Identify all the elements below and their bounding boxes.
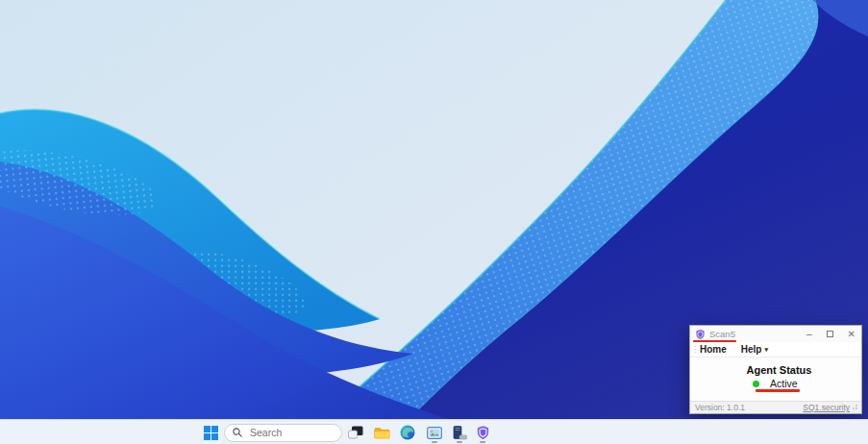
running-indicator [432, 441, 437, 444]
desktop: Scan5 – ✕ ⋮ Home Help ▾ Agent Status Act… [0, 0, 868, 444]
chevron-down-icon: ▾ [764, 346, 768, 354]
sq1-security-link[interactable]: SQ1.security [803, 403, 857, 412]
taskbar-search[interactable] [224, 423, 342, 441]
pc-tower-icon [452, 426, 467, 440]
agent-status-row: Active [753, 378, 798, 389]
taskbar-app-file-explorer[interactable] [370, 421, 393, 444]
taskbar-app-media-viewer[interactable] [423, 421, 446, 444]
close-button[interactable]: ✕ [848, 326, 856, 342]
agent-status-heading: Agent Status [690, 364, 861, 376]
taskbar-app-task-view[interactable] [344, 421, 367, 444]
scan5-shield-icon [476, 425, 490, 440]
running-indicator [480, 441, 485, 444]
resize-grip-icon[interactable] [852, 405, 857, 410]
status-green-dot-icon [753, 381, 759, 387]
search-icon [233, 428, 242, 437]
scan5-window: Scan5 – ✕ ⋮ Home Help ▾ Agent Status Act… [689, 325, 862, 414]
file-explorer-icon [374, 426, 390, 439]
media-viewer-icon [427, 427, 442, 439]
minimize-button[interactable]: – [806, 326, 812, 342]
maximize-button[interactable] [827, 331, 833, 337]
window-menubar: ⋮ Home Help ▾ [690, 342, 861, 358]
start-button[interactable] [199, 421, 222, 444]
taskbar-app-pc[interactable] [448, 421, 471, 444]
scan5-app-icon [695, 329, 706, 340]
version-label: Version: 1.0.1 [695, 403, 745, 412]
edge-browser-icon [400, 425, 415, 440]
menu-grip-icon: ⋮ [691, 343, 699, 357]
annotation-underline-active [756, 389, 800, 392]
taskbar-app-edge[interactable] [396, 421, 419, 444]
window-statusbar: Version: 1.0.1 SQ1.security [690, 401, 861, 413]
menu-home[interactable]: Home [700, 344, 727, 355]
window-title: Scan5 [709, 329, 735, 339]
menu-help[interactable]: Help ▾ [741, 344, 768, 355]
windows-logo-icon [204, 426, 218, 440]
task-view-icon [348, 426, 363, 439]
status-value: Active [770, 378, 798, 389]
taskbar: ENG IN 4:15 AM 10/23/2025 [0, 419, 868, 444]
running-indicator [457, 441, 462, 444]
taskbar-app-scan5[interactable] [471, 421, 494, 444]
